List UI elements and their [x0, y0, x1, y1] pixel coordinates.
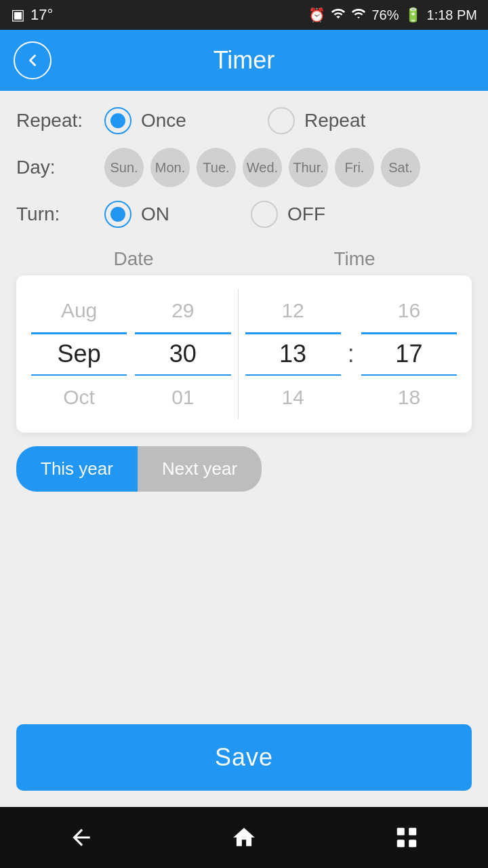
- minute-selected[interactable]: 17: [357, 332, 461, 376]
- home-nav-button[interactable]: [227, 821, 261, 854]
- page-title: Timer: [0, 46, 488, 75]
- day-fri[interactable]: Fri.: [335, 148, 374, 187]
- this-year-button[interactable]: This year: [16, 446, 138, 492]
- day-picker[interactable]: 29 30 01: [131, 289, 235, 419]
- month-picker[interactable]: Aug Sep Oct: [27, 289, 131, 419]
- day-sat[interactable]: Sat.: [381, 148, 420, 187]
- once-label: Once: [141, 110, 186, 132]
- once-radio[interactable]: [104, 107, 131, 134]
- back-nav-button[interactable]: [64, 821, 98, 854]
- battery-percent: 76%: [371, 7, 399, 23]
- once-option[interactable]: Once: [104, 107, 186, 134]
- repeat-radio[interactable]: [268, 107, 295, 134]
- alarm-icon: ⏰: [308, 7, 325, 23]
- spacer: [16, 508, 472, 724]
- day-prev[interactable]: 29: [131, 289, 235, 332]
- main-content: Repeat: Once Repeat Day: Sun. Mon. Tue. …: [0, 91, 488, 807]
- hour-prev[interactable]: 12: [241, 289, 345, 332]
- day-sun[interactable]: Sun.: [104, 148, 144, 187]
- status-bar: ▣ 17° ⏰ 76% 🔋 1:18 PM: [0, 0, 488, 30]
- repeat-options: Once Repeat: [104, 107, 472, 134]
- status-left: ▣ 17°: [11, 6, 53, 24]
- off-label: OFF: [287, 203, 325, 225]
- picker-separator: [238, 289, 239, 419]
- off-radio[interactable]: [251, 201, 278, 228]
- day-label: Day:: [16, 157, 104, 178]
- month-prev[interactable]: Aug: [27, 289, 131, 332]
- day-next[interactable]: 01: [131, 376, 235, 419]
- svg-rect-3: [409, 840, 416, 847]
- repeat-row: Repeat: Once Repeat: [16, 107, 472, 134]
- next-year-button[interactable]: Next year: [138, 446, 262, 492]
- header: Timer: [0, 30, 488, 91]
- repeat-label-text: Repeat: [304, 110, 365, 132]
- on-option[interactable]: ON: [104, 201, 169, 228]
- day-selected[interactable]: 30: [131, 332, 235, 376]
- day-circles: Sun. Mon. Tue. Wed. Thur. Fri. Sat.: [104, 148, 420, 187]
- temperature: 17°: [30, 6, 53, 24]
- minute-prev[interactable]: 16: [357, 289, 461, 332]
- month-next[interactable]: Oct: [27, 376, 131, 419]
- svg-rect-0: [397, 828, 405, 835]
- on-label: ON: [141, 203, 169, 225]
- signal-icon: [351, 6, 366, 24]
- wifi-icon: [331, 6, 346, 24]
- time-colon: :: [345, 332, 357, 376]
- sim-icon: ▣: [11, 6, 25, 24]
- battery-icon: 🔋: [405, 7, 422, 23]
- off-option[interactable]: OFF: [251, 201, 325, 228]
- repeat-label: Repeat:: [16, 110, 104, 132]
- bottom-nav: [0, 807, 488, 868]
- year-toggle: This year Next year: [16, 446, 472, 492]
- day-tue[interactable]: Tue.: [197, 148, 236, 187]
- minute-picker[interactable]: 16 17 18: [357, 289, 461, 419]
- picker-card: Aug Sep Oct 29 30 01 12 13 14 : 16: [16, 275, 472, 433]
- day-mon[interactable]: Mon.: [150, 148, 190, 187]
- svg-rect-1: [409, 828, 416, 835]
- repeat-option[interactable]: Repeat: [268, 107, 365, 134]
- date-section-label: Date: [23, 248, 244, 270]
- turn-label: Turn:: [16, 203, 104, 225]
- day-wed[interactable]: Wed.: [243, 148, 282, 187]
- month-selected[interactable]: Sep: [27, 332, 131, 376]
- day-row: Day: Sun. Mon. Tue. Wed. Thur. Fri. Sat.: [16, 148, 472, 187]
- hour-selected[interactable]: 13: [241, 332, 345, 376]
- back-button[interactable]: [14, 41, 52, 79]
- time-section-label: Time: [244, 248, 465, 270]
- picker-inner: Aug Sep Oct 29 30 01 12 13 14 : 16: [27, 289, 461, 419]
- day-thu[interactable]: Thur.: [289, 148, 328, 187]
- svg-rect-2: [397, 840, 405, 847]
- section-labels: Date Time: [16, 248, 472, 270]
- clock-time: 1:18 PM: [427, 7, 477, 23]
- minute-next[interactable]: 18: [357, 376, 461, 419]
- turn-row: Turn: ON OFF: [16, 201, 472, 228]
- status-right: ⏰ 76% 🔋 1:18 PM: [308, 6, 477, 24]
- turn-options: ON OFF: [104, 201, 472, 228]
- hour-picker[interactable]: 12 13 14: [241, 289, 345, 419]
- on-radio[interactable]: [104, 201, 131, 228]
- hour-next[interactable]: 14: [241, 376, 345, 419]
- recent-nav-button[interactable]: [390, 821, 424, 854]
- save-button[interactable]: Save: [16, 724, 472, 791]
